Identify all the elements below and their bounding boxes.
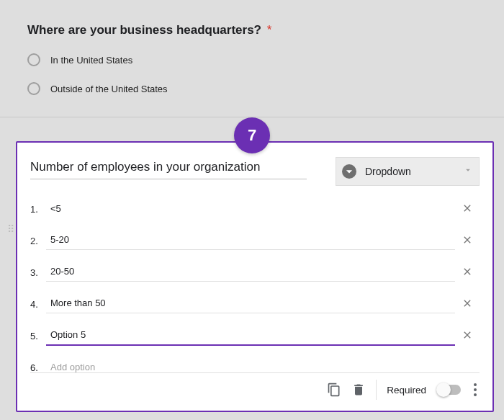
- remove-option-button[interactable]: [455, 329, 480, 343]
- divider: [376, 380, 377, 400]
- option-row: 2. 5-20: [30, 225, 480, 256]
- prev-option-label: Outside of the United States: [50, 84, 168, 94]
- option-text-input[interactable]: <5: [46, 200, 455, 218]
- duplicate-icon: [327, 383, 341, 397]
- option-list: 1. <5 2. 5-20 3. 20-50: [30, 193, 480, 383]
- option-number: 1.: [30, 204, 46, 215]
- question-type-selector[interactable]: Dropdown: [336, 157, 480, 186]
- option-text-input[interactable]: 20-50: [46, 263, 455, 282]
- dropdown-type-icon: [342, 164, 356, 179]
- trash-icon: [351, 383, 366, 397]
- previous-question: Where are your business headquarters? * …: [0, 0, 504, 117]
- option-text-input[interactable]: Option 5: [46, 326, 455, 346]
- step-number: 7: [248, 126, 256, 145]
- remove-option-button[interactable]: [455, 298, 480, 311]
- option-row: 4. More than 50: [30, 288, 480, 320]
- option-number: 2.: [30, 236, 46, 246]
- required-toggle[interactable]: [438, 385, 461, 395]
- kebab-dot-icon: [474, 383, 477, 386]
- side-drag-handle-icon[interactable]: ⠿: [7, 223, 16, 235]
- prev-option-outside-us[interactable]: Outside of the United States: [27, 82, 475, 95]
- kebab-dot-icon: [474, 393, 477, 396]
- option-row: 1. <5: [30, 193, 480, 225]
- option-number: 5.: [30, 331, 46, 341]
- delete-button[interactable]: [351, 383, 366, 397]
- close-icon: [462, 266, 473, 277]
- active-question-card: Number of employees in your organization…: [16, 141, 494, 412]
- duplicate-button[interactable]: [327, 383, 341, 397]
- card-footer: Required: [30, 372, 480, 406]
- option-number: 6.: [30, 362, 46, 373]
- option-text-input[interactable]: More than 50: [46, 295, 455, 313]
- remove-option-button[interactable]: [455, 202, 480, 216]
- close-icon: [462, 202, 473, 214]
- remove-option-button[interactable]: [455, 234, 480, 248]
- close-icon: [462, 329, 473, 341]
- step-badge: 7: [234, 117, 270, 153]
- question-type-label: Dropdown: [365, 166, 463, 177]
- option-row: 5. Option 5: [30, 320, 480, 352]
- option-row: 3. 20-50: [30, 256, 480, 288]
- close-icon: [462, 298, 473, 309]
- chevron-down-icon: [463, 165, 473, 178]
- prev-question-title: Where are your business headquarters? *: [27, 23, 475, 37]
- kebab-dot-icon: [474, 388, 477, 391]
- prev-option-label: In the United States: [50, 55, 132, 66]
- radio-icon: [27, 53, 40, 66]
- option-text-input[interactable]: 5-20: [46, 231, 455, 250]
- prev-question-title-text: Where are your business headquarters?: [27, 23, 261, 37]
- option-number: 3.: [30, 267, 46, 278]
- option-number: 4.: [30, 299, 46, 310]
- remove-option-button[interactable]: [455, 266, 480, 280]
- radio-icon: [27, 82, 40, 95]
- required-asterisk: *: [267, 23, 272, 37]
- prev-option-us[interactable]: In the United States: [27, 53, 475, 66]
- more-options-button[interactable]: [471, 383, 480, 396]
- close-icon: [462, 234, 473, 246]
- required-label: Required: [387, 385, 426, 396]
- question-title-input[interactable]: Number of employees in your organization: [30, 160, 307, 179]
